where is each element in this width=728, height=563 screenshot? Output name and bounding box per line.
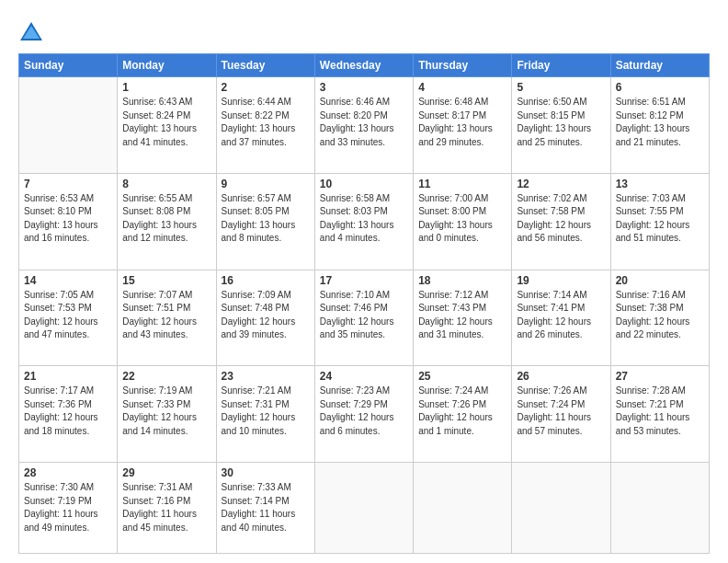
sunset-text: Sunset: 7:43 PM — [418, 303, 486, 313]
sunrise-text: Sunrise: 7:16 AM — [616, 290, 686, 300]
sunrise-text: Sunrise: 6:43 AM — [122, 97, 192, 107]
sunrise-text: Sunrise: 7:28 AM — [616, 385, 686, 396]
day-info: Sunrise: 7:28 AMSunset: 7:21 PMDaylight:… — [616, 385, 704, 438]
calendar-cell: 27Sunrise: 7:28 AMSunset: 7:21 PMDayligh… — [610, 366, 709, 463]
calendar-cell: 23Sunrise: 7:21 AMSunset: 7:31 PMDayligh… — [216, 366, 314, 463]
daylight-text: Daylight: 12 hours and 56 minutes. — [517, 220, 591, 244]
sunset-text: Sunset: 7:26 PM — [418, 399, 486, 409]
daylight-text: Daylight: 13 hours and 37 minutes. — [222, 123, 296, 147]
calendar-cell: 12Sunrise: 7:02 AMSunset: 7:58 PMDayligh… — [512, 173, 610, 270]
day-number: 23 — [222, 370, 310, 383]
sunset-text: Sunset: 8:22 PM — [222, 110, 290, 121]
sunrise-text: Sunrise: 6:51 AM — [616, 97, 686, 107]
day-info: Sunrise: 7:10 AMSunset: 7:46 PMDaylight:… — [320, 289, 408, 342]
daylight-text: Daylight: 13 hours and 41 minutes. — [122, 123, 197, 147]
day-info: Sunrise: 7:09 AMSunset: 7:48 PMDaylight:… — [222, 289, 310, 342]
day-number: 19 — [517, 274, 605, 287]
day-number: 17 — [320, 274, 408, 287]
daylight-text: Daylight: 12 hours and 35 minutes. — [320, 316, 394, 340]
sunset-text: Sunset: 7:19 PM — [24, 496, 92, 506]
calendar-cell: 13Sunrise: 7:03 AMSunset: 7:55 PMDayligh… — [610, 173, 709, 270]
day-info: Sunrise: 6:43 AMSunset: 8:24 PMDaylight:… — [122, 96, 210, 149]
day-number: 28 — [24, 466, 112, 479]
sunset-text: Sunset: 7:24 PM — [517, 399, 585, 409]
day-info: Sunrise: 7:03 AMSunset: 7:55 PMDaylight:… — [616, 192, 704, 246]
sunrise-text: Sunrise: 6:58 AM — [320, 193, 390, 203]
calendar-cell: 17Sunrise: 7:10 AMSunset: 7:46 PMDayligh… — [314, 270, 413, 366]
calendar-cell: 8Sunrise: 6:55 AMSunset: 8:08 PMDaylight… — [118, 173, 216, 270]
sunrise-text: Sunrise: 7:23 AM — [320, 385, 390, 396]
daylight-text: Daylight: 12 hours and 43 minutes. — [122, 316, 197, 340]
sunrise-text: Sunrise: 7:26 AM — [517, 385, 586, 396]
calendar-cell: 5Sunrise: 6:50 AMSunset: 8:15 PMDaylight… — [512, 77, 610, 174]
day-info: Sunrise: 6:48 AMSunset: 8:17 PMDaylight:… — [418, 96, 506, 149]
sunset-text: Sunset: 7:38 PM — [616, 303, 684, 313]
calendar-cell: 2Sunrise: 6:44 AMSunset: 8:22 PMDaylight… — [216, 77, 314, 174]
day-info: Sunrise: 7:30 AMSunset: 7:19 PMDaylight:… — [24, 481, 112, 534]
sunset-text: Sunset: 7:41 PM — [517, 303, 585, 313]
day-number: 30 — [222, 466, 310, 479]
daylight-text: Daylight: 13 hours and 12 minutes. — [122, 220, 197, 244]
day-info: Sunrise: 7:19 AMSunset: 7:33 PMDaylight:… — [122, 385, 210, 438]
daylight-text: Daylight: 11 hours and 45 minutes. — [122, 509, 197, 533]
daylight-text: Daylight: 11 hours and 53 minutes. — [616, 412, 690, 436]
daylight-text: Daylight: 13 hours and 21 minutes. — [616, 123, 690, 147]
sunrise-text: Sunrise: 6:55 AM — [122, 193, 192, 203]
weekday-header-tuesday: Tuesday — [216, 54, 314, 77]
sunset-text: Sunset: 8:03 PM — [320, 206, 388, 216]
weekday-header-monday: Monday — [118, 54, 216, 77]
weekday-header-thursday: Thursday — [414, 54, 512, 77]
weekday-header-saturday: Saturday — [610, 54, 709, 77]
calendar-cell: 16Sunrise: 7:09 AMSunset: 7:48 PMDayligh… — [216, 270, 314, 366]
sunrise-text: Sunrise: 7:14 AM — [517, 290, 586, 300]
calendar-week-row-4: 28Sunrise: 7:30 AMSunset: 7:19 PMDayligh… — [19, 463, 710, 554]
sunrise-text: Sunrise: 7:33 AM — [222, 482, 291, 492]
sunrise-text: Sunrise: 6:44 AM — [222, 97, 291, 107]
day-number: 26 — [517, 370, 605, 383]
day-info: Sunrise: 7:33 AMSunset: 7:14 PMDaylight:… — [222, 481, 310, 534]
calendar-cell: 19Sunrise: 7:14 AMSunset: 7:41 PMDayligh… — [512, 270, 610, 366]
day-number: 15 — [122, 274, 210, 287]
daylight-text: Daylight: 12 hours and 26 minutes. — [517, 316, 591, 340]
calendar: SundayMondayTuesdayWednesdayThursdayFrid… — [18, 53, 710, 554]
calendar-cell — [314, 463, 413, 554]
sunset-text: Sunset: 7:36 PM — [24, 399, 92, 409]
calendar-cell: 6Sunrise: 6:51 AMSunset: 8:12 PMDaylight… — [610, 77, 709, 174]
sunset-text: Sunset: 7:55 PM — [616, 206, 684, 216]
day-info: Sunrise: 7:24 AMSunset: 7:26 PMDaylight:… — [418, 385, 506, 438]
daylight-text: Daylight: 12 hours and 31 minutes. — [418, 316, 493, 340]
day-info: Sunrise: 7:17 AMSunset: 7:36 PMDaylight:… — [24, 385, 112, 438]
day-number: 5 — [517, 81, 605, 94]
day-number: 6 — [616, 81, 704, 94]
sunrise-text: Sunrise: 7:00 AM — [418, 193, 488, 203]
daylight-text: Daylight: 12 hours and 14 minutes. — [122, 412, 197, 436]
calendar-cell: 3Sunrise: 6:46 AMSunset: 8:20 PMDaylight… — [314, 77, 413, 174]
weekday-header-sunday: Sunday — [19, 54, 118, 77]
day-number: 29 — [122, 466, 210, 479]
sunset-text: Sunset: 8:12 PM — [616, 110, 684, 121]
day-number: 11 — [418, 178, 506, 190]
day-number: 4 — [418, 81, 506, 94]
day-info: Sunrise: 6:44 AMSunset: 8:22 PMDaylight:… — [222, 96, 310, 149]
daylight-text: Daylight: 13 hours and 16 minutes. — [24, 220, 98, 244]
calendar-cell — [610, 463, 709, 554]
sunset-text: Sunset: 7:53 PM — [24, 303, 92, 313]
calendar-cell: 30Sunrise: 7:33 AMSunset: 7:14 PMDayligh… — [216, 463, 314, 554]
sunrise-text: Sunrise: 7:09 AM — [222, 290, 291, 300]
day-info: Sunrise: 6:53 AMSunset: 8:10 PMDaylight:… — [24, 192, 112, 246]
calendar-cell: 1Sunrise: 6:43 AMSunset: 8:24 PMDaylight… — [118, 77, 216, 174]
sunrise-text: Sunrise: 6:50 AM — [517, 97, 586, 107]
sunset-text: Sunset: 8:10 PM — [24, 206, 92, 216]
calendar-cell: 10Sunrise: 6:58 AMSunset: 8:03 PMDayligh… — [314, 173, 413, 270]
day-info: Sunrise: 7:26 AMSunset: 7:24 PMDaylight:… — [517, 385, 605, 438]
day-number: 18 — [418, 274, 506, 287]
sunrise-text: Sunrise: 7:07 AM — [122, 290, 192, 300]
calendar-cell: 29Sunrise: 7:31 AMSunset: 7:16 PMDayligh… — [118, 463, 216, 554]
sunset-text: Sunset: 8:15 PM — [517, 110, 585, 121]
calendar-cell — [414, 463, 512, 554]
daylight-text: Daylight: 13 hours and 25 minutes. — [517, 123, 591, 147]
page: SundayMondayTuesdayWednesdayThursdayFrid… — [0, 0, 728, 563]
sunset-text: Sunset: 8:17 PM — [418, 110, 486, 121]
day-info: Sunrise: 7:12 AMSunset: 7:43 PMDaylight:… — [418, 289, 506, 342]
day-info: Sunrise: 7:05 AMSunset: 7:53 PMDaylight:… — [24, 289, 112, 342]
